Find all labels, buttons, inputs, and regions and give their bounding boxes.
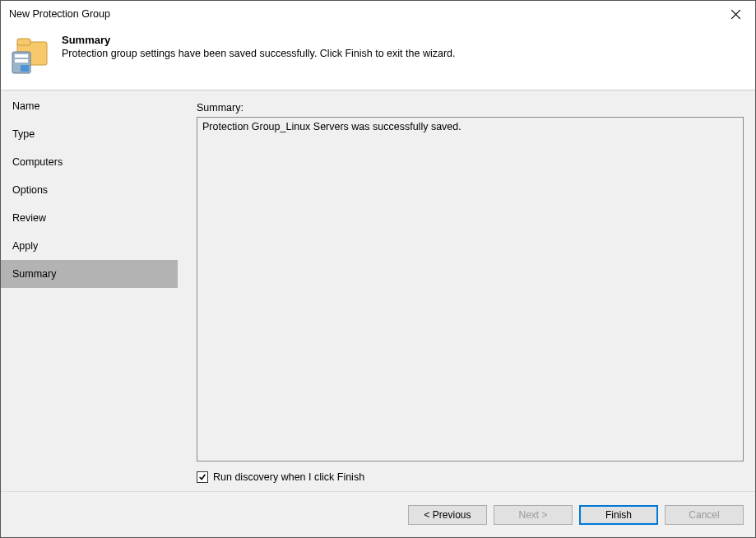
svg-rect-6 <box>15 59 28 63</box>
summary-textbox[interactable]: Protection Group_Linux Servers was succe… <box>197 117 744 461</box>
wizard-window: New Protection Group Summary Protection … <box>0 0 756 538</box>
wizard-body: Name Type Computers Options Review Apply… <box>1 90 755 491</box>
finish-button[interactable]: Finish <box>579 505 658 525</box>
sidebar-item-review[interactable]: Review <box>1 204 178 232</box>
sidebar-item-name[interactable]: Name <box>1 92 178 120</box>
run-discovery-row: Run discovery when I click Finish <box>197 471 744 483</box>
run-discovery-checkbox[interactable] <box>197 471 208 483</box>
titlebar: New Protection Group <box>1 1 755 27</box>
wizard-header: Summary Protection group settings have b… <box>1 27 755 90</box>
sidebar-item-apply[interactable]: Apply <box>1 232 178 260</box>
svg-rect-5 <box>15 54 28 58</box>
next-button: Next > <box>494 505 573 525</box>
summary-text: Protection Group_Linux Servers was succe… <box>202 121 461 132</box>
sidebar-item-summary[interactable]: Summary <box>1 260 178 288</box>
sidebar-item-options[interactable]: Options <box>1 176 178 204</box>
svg-rect-7 <box>21 65 29 72</box>
summary-label: Summary: <box>197 102 744 114</box>
wizard-main-panel: Summary: Protection Group_Linux Servers … <box>179 90 755 491</box>
previous-button[interactable]: < Previous <box>408 505 487 525</box>
checkmark-icon <box>198 473 206 481</box>
sidebar-item-type[interactable]: Type <box>1 120 178 148</box>
window-title: New Protection Group <box>9 8 717 20</box>
header-text-block: Summary Protection group settings have b… <box>62 34 455 59</box>
close-button[interactable] <box>717 2 754 26</box>
wizard-steps-sidebar: Name Type Computers Options Review Apply… <box>1 90 179 491</box>
protection-group-folder-icon <box>11 35 50 75</box>
close-icon <box>731 10 740 19</box>
header-description: Protection group settings have been save… <box>62 48 455 59</box>
sidebar-item-computers[interactable]: Computers <box>1 148 178 176</box>
cancel-button: Cancel <box>665 505 744 525</box>
header-title: Summary <box>62 34 455 46</box>
svg-rect-3 <box>17 39 30 45</box>
wizard-footer: < Previous Next > Finish Cancel <box>1 491 755 537</box>
run-discovery-label[interactable]: Run discovery when I click Finish <box>213 471 364 483</box>
